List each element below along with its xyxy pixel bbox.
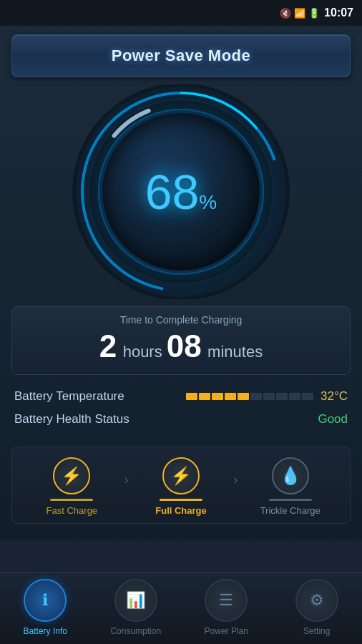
power-save-button[interactable]: Power Save Mode bbox=[11, 34, 351, 77]
trickle-charge-icon-circle: 💧 bbox=[272, 457, 309, 494]
temp-seg-3 bbox=[225, 393, 236, 400]
gauge-inner: 68 % bbox=[102, 113, 260, 270]
time-complete-panel: Time to Complete Charging 2 hours 08 min… bbox=[11, 306, 351, 375]
battery-percent-display: 68 % bbox=[145, 167, 217, 216]
battery-icon: 🔋 bbox=[308, 8, 320, 19]
signal-icon: 📶 bbox=[294, 8, 305, 19]
trickle-charge-mode[interactable]: 💧 Trickle Charge bbox=[238, 457, 343, 516]
temp-bar bbox=[186, 393, 313, 400]
mute-icon: 🔇 bbox=[280, 8, 291, 19]
temp-seg-1 bbox=[199, 393, 210, 400]
nav-battery-info[interactable]: ℹ Battery Info bbox=[0, 579, 91, 636]
charging-modes-panel: ⚡ Fast Charge › ⚡ Full Charge › 💧 Trickl… bbox=[11, 447, 351, 524]
nav-power-plan[interactable]: ☰ Power Plan bbox=[181, 579, 272, 636]
hours-value: 2 bbox=[99, 328, 117, 364]
trickle-charge-bar bbox=[269, 499, 312, 501]
temp-seg-0 bbox=[186, 393, 197, 400]
health-row: Battery Health Status Good bbox=[14, 412, 348, 426]
status-time: 10:07 bbox=[324, 6, 353, 19]
full-charge-label: Full Charge bbox=[155, 505, 207, 516]
power-plan-icon: ☰ bbox=[219, 591, 233, 610]
temp-label: Battery Temperature bbox=[14, 389, 124, 404]
full-charge-icon: ⚡ bbox=[170, 466, 192, 486]
temp-seg-2 bbox=[212, 393, 223, 400]
bottom-nav: ℹ Battery Info 📊 Consumption ☰ Power Pla… bbox=[0, 572, 362, 644]
minutes-unit: minutes bbox=[207, 343, 263, 361]
setting-icon-wrap: ⚙ bbox=[295, 579, 338, 622]
full-charge-icon-circle: ⚡ bbox=[162, 457, 200, 494]
temp-seg-5 bbox=[250, 393, 262, 400]
temp-right: 32°C bbox=[186, 389, 348, 404]
time-complete-value: 2 hours 08 minutes bbox=[24, 328, 338, 364]
trickle-charge-label: Trickle Charge bbox=[260, 505, 321, 516]
fast-charge-bar bbox=[50, 499, 93, 501]
power-plan-label: Power Plan bbox=[205, 626, 248, 636]
health-label: Battery Health Status bbox=[14, 412, 129, 426]
power-plan-icon-wrap: ☰ bbox=[205, 579, 248, 622]
full-charge-bar bbox=[160, 499, 202, 501]
temp-seg-6 bbox=[263, 393, 275, 400]
temp-value: 32°C bbox=[321, 389, 348, 404]
battery-info-label: Battery Info bbox=[24, 626, 67, 636]
battery-gauge: 68 % bbox=[11, 84, 351, 299]
fast-charge-label: Fast Charge bbox=[47, 505, 98, 516]
nav-consumption[interactable]: 📊 Consumption bbox=[91, 579, 182, 636]
health-value: Good bbox=[318, 412, 348, 426]
setting-icon: ⚙ bbox=[310, 591, 324, 610]
minutes-value: 08 bbox=[167, 328, 202, 364]
battery-info-icon: ℹ bbox=[42, 591, 48, 610]
trickle-charge-icon: 💧 bbox=[280, 466, 301, 486]
temp-seg-9 bbox=[302, 393, 313, 400]
temp-seg-4 bbox=[238, 393, 249, 400]
time-complete-label: Time to Complete Charging bbox=[24, 314, 338, 326]
nav-setting[interactable]: ⚙ Setting bbox=[272, 579, 363, 636]
consumption-icon: 📊 bbox=[126, 591, 145, 610]
hours-unit: hours bbox=[123, 343, 167, 361]
temp-seg-7 bbox=[276, 393, 288, 400]
battery-stats: Battery Temperature 32°C Battery Health … bbox=[11, 385, 351, 439]
status-icons: 🔇 📶 🔋 bbox=[280, 8, 320, 19]
main-content: Power Save Mode 68 % bbox=[0, 26, 362, 540]
status-bar: 🔇 📶 🔋 10:07 bbox=[0, 0, 362, 26]
fast-charge-mode[interactable]: ⚡ Fast Charge bbox=[19, 457, 124, 516]
fast-charge-icon-circle: ⚡ bbox=[53, 457, 90, 494]
full-charge-mode[interactable]: ⚡ Full Charge bbox=[129, 457, 234, 516]
fast-charge-icon: ⚡ bbox=[61, 466, 82, 486]
power-save-label: Power Save Mode bbox=[112, 47, 251, 64]
temperature-row: Battery Temperature 32°C bbox=[14, 389, 348, 404]
consumption-label: Consumption bbox=[110, 626, 161, 636]
percent-value: 68 bbox=[145, 167, 200, 216]
temp-seg-8 bbox=[289, 393, 300, 400]
consumption-icon-wrap: 📊 bbox=[114, 579, 157, 622]
setting-label: Setting bbox=[303, 626, 330, 636]
battery-info-icon-wrap: ℹ bbox=[24, 579, 67, 622]
percent-symbol: % bbox=[199, 191, 217, 214]
